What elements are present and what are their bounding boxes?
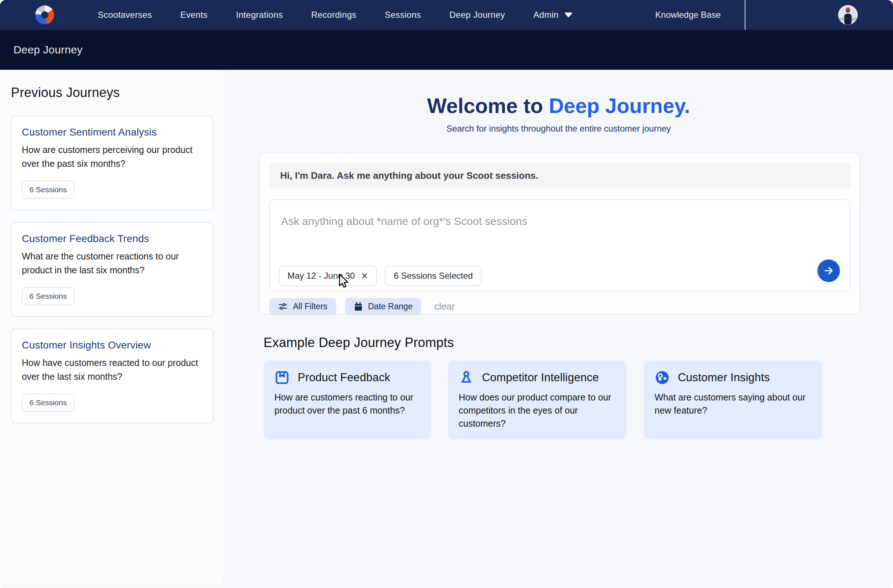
previous-journeys-sidebar: Previous Journeys Customer Sentiment Ana… xyxy=(0,70,224,585)
journey-description: What are the customer reactions to our p… xyxy=(22,250,203,277)
nav-item-integrations[interactable]: Integrations xyxy=(236,10,283,20)
date-range-label: Date Range xyxy=(368,302,413,311)
date-range-button[interactable]: Date Range xyxy=(345,298,422,315)
primary-nav: Scootaverses Events Integrations Recordi… xyxy=(98,10,573,20)
journey-title: Customer Feedback Trends xyxy=(22,233,203,245)
nav-item-recordings[interactable]: Recordings xyxy=(311,10,356,20)
app-logo[interactable] xyxy=(35,6,54,24)
all-filters-label: All Filters xyxy=(293,302,328,311)
chat-panel: Hi, I'm Dara. Ask me anything about your… xyxy=(259,153,860,315)
example-title: Product Feedback xyxy=(298,371,390,384)
journey-description: How have customers reacted to our produc… xyxy=(22,356,203,383)
logo-ring-icon xyxy=(35,6,54,24)
sliders-icon xyxy=(278,302,288,311)
prompt-input-placeholder: Ask anything about *name of org*'s Scoot… xyxy=(281,215,528,227)
example-card-header: Customer Insights xyxy=(655,370,811,385)
admin-label: Admin xyxy=(533,10,559,20)
page-title: Deep Journey xyxy=(14,44,83,56)
product-feedback-icon xyxy=(274,370,290,385)
avatar-photo xyxy=(838,5,858,25)
date-range-chip-label: May 12 - June 30 xyxy=(287,271,355,281)
sidebar-heading: Previous Journeys xyxy=(11,85,214,100)
examples-heading: Example Deep Journey Prompts xyxy=(263,335,454,350)
assistant-message: Hi, I'm Dara. Ask me anything about your… xyxy=(269,162,850,189)
send-button[interactable] xyxy=(818,259,840,282)
journey-description: How are customers perceiving our product… xyxy=(22,143,203,170)
example-title: Competitor Intelligence xyxy=(482,371,599,384)
arrow-right-icon xyxy=(823,265,834,277)
selected-filter-chips: May 12 - June 30 ✕ 6 Sessions Selected xyxy=(279,266,481,286)
welcome-heading: Welcome toDeep Journey. xyxy=(224,94,893,118)
example-card-competitor-intelligence[interactable]: Competitor Intelligence How does our pro… xyxy=(448,361,627,439)
close-icon[interactable]: ✕ xyxy=(361,271,368,281)
sessions-count-badge: 6 Sessions xyxy=(22,180,75,199)
sessions-selected-chip[interactable]: 6 Sessions Selected xyxy=(385,266,481,286)
welcome-brand: Deep Journey. xyxy=(549,94,690,117)
journey-title: Customer Insights Overview xyxy=(22,340,203,351)
sessions-count-badge: 6 Sessions xyxy=(22,287,75,305)
all-filters-button[interactable]: All Filters xyxy=(269,298,336,315)
customer-insights-icon xyxy=(655,370,670,385)
nav-item-sessions[interactable]: Sessions xyxy=(385,10,421,20)
nav-item-admin[interactable]: Admin xyxy=(533,10,573,20)
example-description: How are customers reacting to our produc… xyxy=(274,391,420,417)
filters-toolbar: All Filters Date Range clear xyxy=(269,298,850,315)
example-card-product-feedback[interactable]: Product Feedback How are customers react… xyxy=(263,361,431,439)
page-header: Deep Journey xyxy=(0,30,893,70)
prompt-input[interactable]: Ask anything about *name of org*'s Scoot… xyxy=(269,199,850,292)
chevron-down-icon xyxy=(564,12,573,17)
navbar-right: Knowledge Base xyxy=(655,0,893,30)
example-card-header: Competitor Intelligence xyxy=(459,370,616,385)
example-card-header: Product Feedback xyxy=(274,370,420,385)
example-card-customer-insights[interactable]: Customer Insights What are customers say… xyxy=(643,361,822,439)
main-content: Welcome toDeep Journey. Search for insig… xyxy=(224,70,893,588)
date-range-chip[interactable]: May 12 - June 30 ✕ xyxy=(279,266,377,286)
example-prompts: Product Feedback How are customers react… xyxy=(263,361,822,439)
example-description: What are customers saying about our new … xyxy=(655,391,811,417)
top-navbar: Scootaverses Events Integrations Recordi… xyxy=(0,0,893,30)
nav-item-knowledge-base[interactable]: Knowledge Base xyxy=(655,10,721,20)
journey-card-feedback-trends[interactable]: Customer Feedback Trends What are the cu… xyxy=(11,222,214,317)
welcome-prefix: Welcome to xyxy=(427,94,543,117)
sessions-count-badge: 6 Sessions xyxy=(22,394,75,412)
navbar-divider xyxy=(745,0,746,30)
calendar-icon xyxy=(354,302,363,311)
user-avatar[interactable] xyxy=(838,5,858,25)
welcome-subtitle: Search for insights throughout the entir… xyxy=(224,123,893,134)
nav-item-events[interactable]: Events xyxy=(180,10,207,20)
example-title: Customer Insights xyxy=(678,371,770,384)
example-description: How does our product compare to our comp… xyxy=(459,391,616,430)
competitor-intelligence-icon xyxy=(459,370,474,385)
nav-item-deep-journey[interactable]: Deep Journey xyxy=(449,10,505,20)
clear-filters-button[interactable]: clear xyxy=(434,301,455,312)
journey-card-insights-overview[interactable]: Customer Insights Overview How have cust… xyxy=(11,329,214,423)
deep-journey-page: Scootaverses Events Integrations Recordi… xyxy=(0,0,893,588)
nav-item-scootaverses[interactable]: Scootaverses xyxy=(98,10,152,20)
journey-card-sentiment-analysis[interactable]: Customer Sentiment Analysis How are cust… xyxy=(11,116,214,211)
journey-title: Customer Sentiment Analysis xyxy=(22,126,203,138)
sessions-selected-chip-label: 6 Sessions Selected xyxy=(394,271,472,281)
